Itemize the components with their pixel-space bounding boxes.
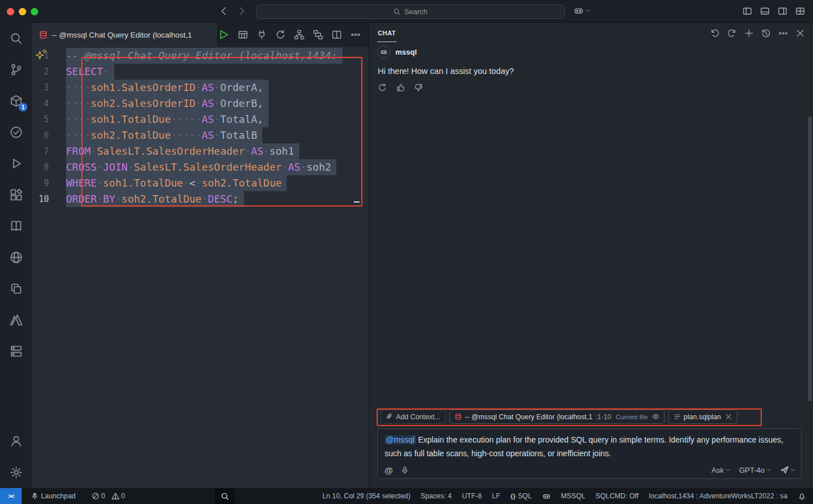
chat-messages: mssql Hi there! How can I assist you tod…	[369, 43, 813, 410]
editor-group: -- @mssql Chat Query Editor (localhost,1	[32, 23, 369, 488]
activity-bar: 1	[0, 23, 32, 488]
activity-azure[interactable]	[0, 304, 32, 336]
new-chat-icon[interactable]	[744, 28, 754, 38]
split-editor-icon[interactable]	[332, 30, 342, 40]
connect-icon[interactable]	[257, 30, 267, 40]
sqlcmd-status[interactable]: SQLCMD: Off	[596, 492, 639, 500]
line-number: 7	[32, 146, 66, 156]
magnifier-icon	[221, 492, 229, 501]
code-line[interactable]: 7FROM·SalesLT.SalesOrderHeader·AS·soh1	[32, 143, 369, 159]
copilot-status-icon[interactable]	[542, 492, 551, 501]
code-line[interactable]: 3····soh1.SalesOrderID·AS·OrderA,	[32, 80, 369, 96]
eol-indicator[interactable]: LF	[492, 492, 500, 500]
activity-source-control[interactable]	[0, 54, 32, 85]
toggle-primary-sidebar-icon[interactable]	[742, 6, 752, 16]
code-line-text: SELECT·	[66, 64, 114, 80]
microphone-icon[interactable]	[401, 466, 409, 474]
mention-button[interactable]: @	[385, 465, 393, 475]
results-grid-icon[interactable]	[238, 30, 248, 40]
launchpad-button[interactable]: Launchpad	[31, 492, 76, 500]
activity-run-debug[interactable]	[0, 148, 32, 179]
model-label: GPT-4o	[739, 466, 765, 474]
schema-hierarchy-icon[interactable]	[294, 30, 304, 40]
back-icon[interactable]	[218, 6, 229, 16]
remote-indicator[interactable]: ><	[0, 488, 22, 504]
regenerate-icon[interactable]	[378, 83, 387, 92]
close-window-button[interactable]	[7, 8, 14, 15]
more-actions-icon[interactable]	[778, 28, 788, 38]
toggle-panel-icon[interactable]	[760, 6, 770, 16]
connection-status[interactable]: localhost,1434 : AdventureWorksLT2022 : …	[649, 492, 787, 500]
activity-notebook[interactable]	[0, 210, 32, 242]
activity-extensions[interactable]	[0, 179, 32, 210]
activity-search[interactable]	[0, 23, 32, 54]
undo-icon[interactable]	[710, 28, 720, 38]
encoding-indicator[interactable]: UTF-8	[462, 492, 482, 500]
mssql-mention: @mssql	[385, 435, 416, 444]
code-line[interactable]: 9WHERE·soh1.TotalDue·<·soh2.TotalDue	[32, 175, 369, 191]
change-connection-icon[interactable]	[275, 30, 286, 40]
scrollbar[interactable]	[808, 117, 812, 401]
current-file-context-chip[interactable]: -- @mssql Chat Query Editor (localhost,1…	[449, 410, 665, 424]
mssql-status[interactable]: MSSQL	[561, 492, 585, 500]
line-number: 3	[32, 82, 66, 93]
indentation-indicator[interactable]: Spaces: 4	[420, 492, 452, 500]
language-mode[interactable]: {} SQL	[510, 492, 532, 500]
code-line[interactable]: 2SELECT·	[32, 64, 369, 80]
chat-input[interactable]: @mssql Explain the execution plan for th…	[377, 428, 802, 479]
chat-history-icon[interactable]	[761, 28, 771, 38]
code-line[interactable]: 5····soh1.TotalDue·····AS·TotalA,	[32, 111, 369, 127]
add-context-chip[interactable]: Add Context...	[381, 410, 445, 424]
copilot-sparkle-icon[interactable]	[36, 49, 48, 61]
run-query-icon[interactable]	[218, 29, 229, 40]
code-line[interactable]: 6····soh2.TotalDue·····AS·TotalB	[32, 127, 369, 143]
editor-tab[interactable]: -- @mssql Chat Query Editor (localhost,1	[32, 23, 218, 47]
activity-github[interactable]	[0, 242, 32, 273]
maximize-window-button[interactable]	[31, 8, 38, 15]
zoom-indicator[interactable]	[215, 488, 234, 504]
minimize-window-button[interactable]	[19, 8, 26, 15]
settings-button[interactable]	[0, 457, 32, 488]
send-icon	[780, 465, 789, 474]
eye-icon[interactable]	[652, 413, 659, 420]
close-icon[interactable]	[795, 28, 805, 38]
activity-workspace[interactable]: 1	[0, 85, 32, 117]
line-number: 4	[32, 98, 66, 109]
code-line-text: ····soh2.TotalDue·····AS·TotalB	[66, 127, 262, 143]
code-line[interactable]: 8CROSS·JOIN·SalesLT.SalesOrderHeader·AS·…	[32, 159, 369, 175]
message-author: mssql	[395, 48, 417, 56]
close-icon[interactable]	[725, 413, 732, 420]
cursor-position[interactable]: Ln 10, Col 29 (354 selected)	[323, 492, 411, 500]
more-actions-icon[interactable]	[350, 30, 361, 40]
code-editor[interactable]: 1-- @mssql Chat Query Editor (localhost,…	[32, 47, 369, 488]
activity-remote-explorer[interactable]	[0, 273, 32, 304]
toggle-secondary-sidebar-icon[interactable]	[778, 6, 787, 16]
account-button[interactable]	[0, 425, 32, 457]
problems-indicator[interactable]: 0 0	[92, 492, 125, 500]
code-line[interactable]: 4····soh2.SalesOrderID·AS·OrderB,	[32, 96, 369, 111]
query-plan-icon[interactable]	[313, 30, 323, 40]
command-center-search[interactable]: Search	[256, 5, 565, 19]
customize-layout-icon[interactable]	[795, 6, 805, 16]
thumbs-down-icon[interactable]	[414, 83, 423, 92]
activity-testing[interactable]	[0, 117, 32, 148]
book-icon	[10, 220, 23, 233]
search-icon	[10, 32, 23, 45]
redo-icon[interactable]	[727, 28, 737, 38]
send-button[interactable]	[780, 465, 795, 474]
notifications-bell-icon[interactable]	[798, 492, 806, 501]
chat-mode-dropdown[interactable]: Ask	[712, 466, 731, 474]
code-line[interactable]: 10ORDER·BY·soh2.TotalDue·DESC;	[32, 191, 369, 207]
model-picker-dropdown[interactable]: GPT-4o	[739, 466, 771, 474]
warnings-icon	[112, 492, 119, 500]
plan-sqlplan-chip[interactable]: plan.sqlplan	[668, 410, 738, 424]
titlebar: Search	[0, 0, 813, 23]
thumbs-up-icon[interactable]	[396, 83, 405, 92]
copilot-menu-button[interactable]	[573, 6, 591, 16]
forward-icon[interactable]	[236, 6, 247, 16]
chat-input-text[interactable]: @mssql Explain the execution plan for th…	[378, 429, 801, 460]
code-line[interactable]: 1-- @mssql Chat Query Editor (localhost,…	[32, 48, 369, 64]
activity-sql-tools[interactable]	[0, 336, 32, 367]
azure-icon	[10, 313, 23, 327]
account-icon	[10, 435, 23, 448]
